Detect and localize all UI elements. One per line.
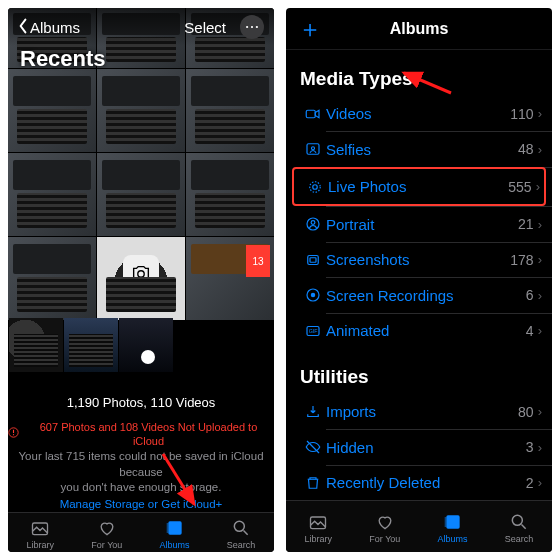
chevron-right-icon: › xyxy=(538,288,542,303)
screenshots-icon xyxy=(300,251,326,269)
select-button[interactable]: Select xyxy=(184,19,226,36)
row-recently-deleted[interactable]: Recently Deleted 2 › xyxy=(286,465,552,500)
photo-thumb-camera[interactable]: Camera xyxy=(97,237,185,320)
photo-count: 1,190 Photos, 110 Videos xyxy=(67,394,216,412)
tab-library[interactable]: Library xyxy=(27,518,55,550)
svg-rect-9 xyxy=(166,523,168,533)
row-label: Imports xyxy=(326,403,518,420)
tab-label: Albums xyxy=(160,540,190,550)
svg-point-2 xyxy=(256,26,258,28)
chevron-right-icon: › xyxy=(538,404,542,419)
row-label: Live Photos xyxy=(328,178,508,195)
row-hidden[interactable]: Hidden 3 › xyxy=(286,430,552,465)
row-imports[interactable]: Imports 80 › xyxy=(286,394,552,429)
tab-library[interactable]: Library xyxy=(305,512,333,544)
footer-info: 1,190 Photos, 110 Videos 607 Photos and … xyxy=(8,372,274,512)
back-button[interactable]: Albums xyxy=(18,18,80,37)
svg-rect-26 xyxy=(444,517,446,527)
row-count: 21 xyxy=(518,216,534,232)
photo-thumb[interactable] xyxy=(8,153,96,236)
photo-thumb[interactable] xyxy=(97,153,185,236)
manage-storage-link[interactable]: Manage Storage or Get iCloud+ xyxy=(60,497,223,513)
row-screenshots[interactable]: Screenshots 178 › xyxy=(286,242,552,277)
svg-point-14 xyxy=(313,184,318,189)
chevron-right-icon: › xyxy=(538,252,542,267)
row-count: 555 xyxy=(508,179,531,195)
svg-point-13 xyxy=(312,147,315,150)
svg-rect-6 xyxy=(13,434,14,435)
row-animated[interactable]: GIF Animated 4 › xyxy=(286,313,552,348)
photo-thumb[interactable] xyxy=(186,69,274,152)
animated-icon: GIF xyxy=(300,322,326,340)
tab-label: Library xyxy=(27,540,55,550)
row-label: Portrait xyxy=(326,216,518,233)
row-screen-recordings[interactable]: Screen Recordings 6 › xyxy=(286,278,552,313)
photo-thumb[interactable] xyxy=(8,237,96,320)
svg-point-0 xyxy=(246,26,248,28)
chevron-right-icon: › xyxy=(538,106,542,121)
chevron-right-icon: › xyxy=(538,475,542,490)
photo-thumb[interactable] xyxy=(64,318,118,372)
tab-label: For You xyxy=(369,534,400,544)
photo-thumb[interactable]: 13 xyxy=(186,237,274,320)
warning-text: 607 Photos and 108 Videos Not Uploaded t… xyxy=(23,420,274,450)
tab-foryou[interactable]: For You xyxy=(369,512,400,544)
section-utilities: Utilities xyxy=(286,348,552,394)
tab-foryou[interactable]: For You xyxy=(91,518,122,550)
camera-icon-label: Camera xyxy=(125,293,157,303)
row-count: 80 xyxy=(518,404,534,420)
photo-thumb[interactable] xyxy=(9,318,63,372)
warning-sub: Your last 715 items could not be saved i… xyxy=(8,449,274,480)
row-count: 6 xyxy=(526,287,534,303)
tab-label: Library xyxy=(305,534,333,544)
phone-left: Albums Select Recents xyxy=(8,8,274,552)
hidden-icon xyxy=(300,438,326,456)
row-portrait[interactable]: Portrait 21 › xyxy=(286,207,552,242)
svg-point-10 xyxy=(234,521,244,531)
row-selfies[interactable]: Selfies 48 › xyxy=(286,132,552,167)
svg-rect-12 xyxy=(307,144,319,155)
tab-albums[interactable]: Albums xyxy=(438,512,468,544)
row-label: Screenshots xyxy=(326,251,510,268)
row-label: Hidden xyxy=(326,439,526,456)
imports-icon xyxy=(300,403,326,421)
video-icon xyxy=(300,105,326,123)
add-button[interactable]: ＋ xyxy=(298,13,322,45)
back-label: Albums xyxy=(30,19,80,36)
navbar: Albums Select xyxy=(8,8,274,46)
chevron-right-icon: › xyxy=(538,440,542,455)
highlight-live-photos: Live Photos 555 › xyxy=(292,167,546,206)
navbar: ＋ Albums xyxy=(286,8,552,50)
photo-thumb[interactable] xyxy=(97,69,185,152)
camera-icon xyxy=(123,255,159,291)
tab-search[interactable]: Search xyxy=(227,518,256,550)
svg-point-3 xyxy=(138,270,144,276)
row-live-photos[interactable]: Live Photos 555 › xyxy=(294,169,544,204)
row-count: 4 xyxy=(526,323,534,339)
row-count: 110 xyxy=(510,106,533,122)
chevron-right-icon: › xyxy=(538,142,542,157)
chevron-left-icon xyxy=(18,18,28,37)
row-label: Selfies xyxy=(326,141,518,158)
media-types-list: Videos 110 › Selfies 48 › Live Photos 55… xyxy=(286,96,552,348)
row-label: Recently Deleted xyxy=(326,474,526,491)
svg-rect-19 xyxy=(310,257,316,262)
photo-thumb[interactable] xyxy=(119,318,173,372)
screen-recordings-icon xyxy=(300,286,326,304)
warning-icon xyxy=(8,427,19,442)
tab-bar: Library For You Albums Search xyxy=(286,500,552,552)
more-button[interactable] xyxy=(240,15,264,39)
photo-thumb[interactable] xyxy=(186,153,274,236)
row-label: Screen Recordings xyxy=(326,287,526,304)
utilities-list: Imports 80 › Hidden 3 › Recently Deleted… xyxy=(286,394,552,500)
row-videos[interactable]: Videos 110 › xyxy=(286,96,552,131)
tab-search[interactable]: Search xyxy=(505,512,534,544)
svg-point-21 xyxy=(311,293,316,298)
tab-label: Search xyxy=(227,540,256,550)
tab-bar: Library For You Albums Search xyxy=(8,512,274,552)
warning-sub: you don't have enough storage. xyxy=(61,480,222,496)
tab-albums[interactable]: Albums xyxy=(160,518,190,550)
svg-rect-25 xyxy=(446,515,459,528)
section-media-types: Media Types xyxy=(286,50,552,96)
photo-thumb[interactable] xyxy=(8,69,96,152)
